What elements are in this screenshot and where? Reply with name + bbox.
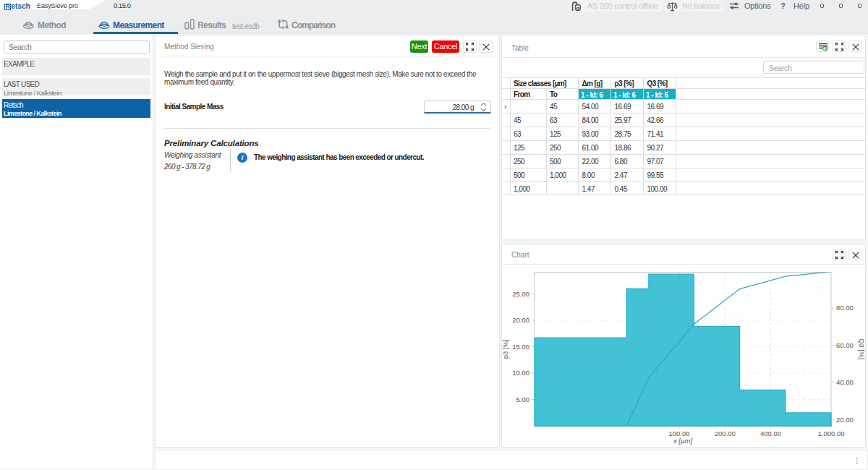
svg-text:Q3 [%]: Q3 [%]: [858, 338, 866, 359]
svg-text:1,000.00: 1,000.00: [818, 430, 845, 437]
svg-text:200.00: 200.00: [715, 430, 736, 437]
svg-text:400.00: 400.00: [760, 430, 781, 437]
svg-text:5.00: 5.00: [516, 396, 530, 403]
svg-text:25.00: 25.00: [512, 290, 529, 298]
svg-text:15.00: 15.00: [512, 343, 529, 351]
svg-text:x [µm]: x [µm]: [673, 437, 692, 445]
svg-text:20.00: 20.00: [836, 416, 854, 424]
svg-text:10.00: 10.00: [512, 369, 529, 377]
svg-text:40.00: 40.00: [836, 378, 854, 386]
svg-text:20.00: 20.00: [512, 316, 529, 324]
svg-text:60.00: 60.00: [836, 341, 854, 349]
svg-text:80.00: 80.00: [836, 304, 854, 312]
svg-text:p3 [%]: p3 [%]: [502, 339, 509, 359]
